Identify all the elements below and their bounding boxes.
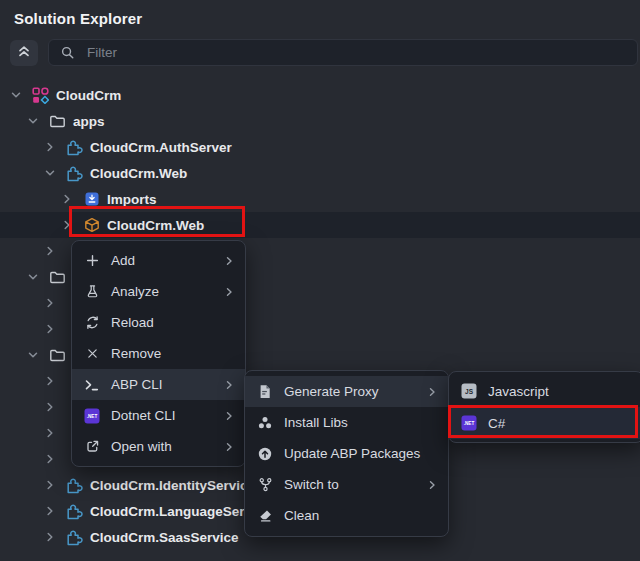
menu-item-switch-to[interactable]: Switch to <box>245 469 448 500</box>
folder-icon <box>49 113 66 130</box>
menu-item-update-abp-packages[interactable]: Update ABP Packages <box>245 438 448 469</box>
chevron-right-icon[interactable] <box>42 321 58 337</box>
search-icon <box>60 45 75 60</box>
js-badge-icon: JS <box>460 382 478 400</box>
menu-item-remove[interactable]: Remove <box>72 338 245 369</box>
eraser-icon <box>256 507 274 525</box>
chevron-right-icon[interactable] <box>42 477 58 493</box>
chevron-right-icon[interactable] <box>59 191 75 207</box>
folder-icon <box>49 269 66 286</box>
tree-item-apps[interactable]: apps <box>0 108 640 134</box>
chevron-right-icon[interactable] <box>42 503 58 519</box>
flask-icon <box>83 283 101 301</box>
tree-item-imports[interactable]: Imports <box>0 186 640 212</box>
branch-icon <box>256 476 274 494</box>
generate-proxy-submenu: JS Javascript .NET C# <box>448 371 640 443</box>
tree-item-cloudcrm[interactable]: CloudCrm <box>0 82 640 108</box>
menu-item-install-libs[interactable]: Install Libs <box>245 407 448 438</box>
submenu-chevron-icon <box>426 386 438 398</box>
svg-text:JS: JS <box>465 388 474 395</box>
submenu-chevron-icon <box>223 255 235 267</box>
chevron-down-icon[interactable] <box>8 87 24 103</box>
file-code-icon <box>256 383 274 401</box>
chevron-right-icon[interactable] <box>42 295 58 311</box>
menu-item-analyze[interactable]: Analyze <box>72 276 245 307</box>
dotnet-badge-icon: .NET <box>460 414 478 432</box>
abp-cli-submenu: Generate Proxy Install Libs Update ABP P… <box>244 370 449 537</box>
filter-input[interactable] <box>85 44 569 61</box>
menu-item-open-with[interactable]: Open with <box>72 431 245 462</box>
tree-item-cloudcrm-web-module[interactable]: CloudCrm.Web <box>0 160 640 186</box>
chevron-right-icon[interactable] <box>42 373 58 389</box>
solution-icon <box>32 87 49 104</box>
chevron-right-icon[interactable] <box>42 425 58 441</box>
context-menu: Add Analyze Reload Remove ABP CLI .NET D… <box>71 240 246 467</box>
package-cube-icon <box>83 217 100 234</box>
plus-icon <box>83 252 101 270</box>
chevron-right-icon[interactable] <box>42 399 58 415</box>
module-puzzle-icon <box>66 529 83 546</box>
chevron-right-icon[interactable] <box>42 243 58 259</box>
submenu-chevron-icon <box>426 479 438 491</box>
menu-item-javascript[interactable]: JS Javascript <box>449 375 640 407</box>
chevron-down-icon[interactable] <box>42 165 58 181</box>
close-icon <box>83 345 101 363</box>
packages-icon <box>256 414 274 432</box>
tree-item-cloudcrm-web-package[interactable]: CloudCrm.Web <box>0 212 640 238</box>
folder-icon <box>49 347 66 364</box>
submenu-chevron-icon <box>223 410 235 422</box>
svg-text:.NET: .NET <box>87 414 98 419</box>
module-puzzle-icon <box>66 165 83 182</box>
submenu-chevron-icon <box>223 379 235 391</box>
collapse-all-button[interactable] <box>10 40 38 66</box>
panel-title: Solution Explorer <box>14 10 142 27</box>
chevron-down-icon[interactable] <box>25 347 41 363</box>
chevron-right-icon[interactable] <box>59 217 75 233</box>
refresh-icon <box>83 314 101 332</box>
double-chevron-up-icon <box>16 43 32 63</box>
chevron-right-icon[interactable] <box>42 529 58 545</box>
chevron-down-icon[interactable] <box>25 269 41 285</box>
menu-item-reload[interactable]: Reload <box>72 307 245 338</box>
module-puzzle-icon <box>66 503 83 520</box>
submenu-chevron-icon <box>223 441 235 453</box>
arrow-circle-up-icon <box>256 445 274 463</box>
submenu-chevron-icon <box>223 286 235 298</box>
dotnet-badge-icon: .NET <box>83 407 101 425</box>
terminal-icon <box>83 376 101 394</box>
menu-item-generate-proxy[interactable]: Generate Proxy <box>245 376 448 407</box>
chevron-down-icon[interactable] <box>25 113 41 129</box>
filter-search-box <box>48 39 638 66</box>
menu-item-clean[interactable]: Clean <box>245 500 448 531</box>
tree-item-authserver[interactable]: CloudCrm.AuthServer <box>0 134 640 160</box>
chevron-right-icon[interactable] <box>42 451 58 467</box>
solution-explorer-panel: Solution Explorer CloudCrm <box>0 0 640 561</box>
module-puzzle-icon <box>66 139 83 156</box>
panel-header: Solution Explorer <box>0 0 640 36</box>
menu-item-add[interactable]: Add <box>72 245 245 276</box>
chevron-right-icon[interactable] <box>42 139 58 155</box>
module-puzzle-icon <box>66 477 83 494</box>
menu-item-dotnet-cli[interactable]: .NET Dotnet CLI <box>72 400 245 431</box>
menu-item-abp-cli[interactable]: ABP CLI <box>72 369 245 400</box>
open-external-icon <box>83 438 101 456</box>
svg-text:.NET: .NET <box>464 421 475 426</box>
menu-item-csharp[interactable]: .NET C# <box>449 407 640 439</box>
imports-file-icon <box>83 191 100 208</box>
